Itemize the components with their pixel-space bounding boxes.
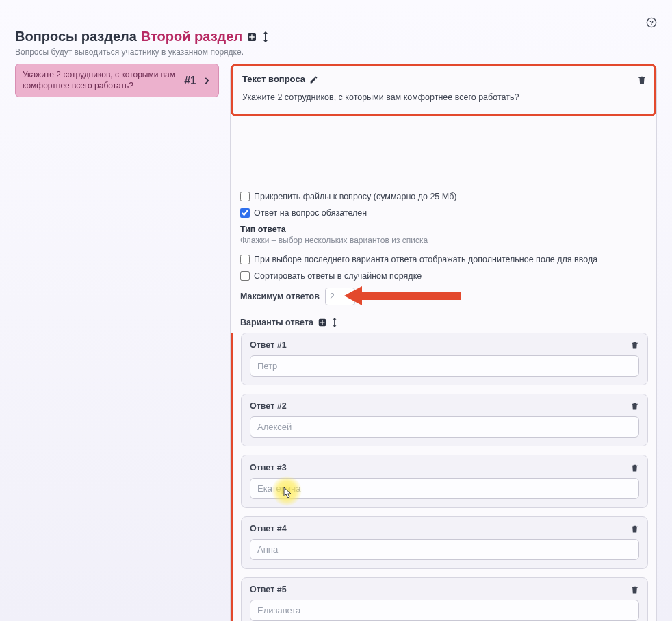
question-text-body: Укажите 2 сотрудников, с которыми вам ко… — [242, 92, 645, 102]
answer-type-help: Флажки – выбор нескольких вариантов из с… — [240, 236, 647, 245]
shuffle-row[interactable]: Сортировать ответы в случайном порядке — [240, 271, 647, 281]
question-text-label: Текст вопроса — [242, 74, 305, 84]
section-name: Второй раздел — [141, 29, 242, 45]
svg-rect-3 — [265, 33, 266, 41]
attach-files-row[interactable]: Прикрепить файлы к вопросу (суммарно до … — [240, 192, 647, 201]
answer-title: Ответ #2 — [250, 401, 287, 411]
last-option-extra-checkbox[interactable] — [240, 255, 250, 264]
last-option-extra-row[interactable]: При выборе последнего варианта ответа от… — [240, 255, 647, 264]
answer-variants-label: Варианты ответа — [240, 318, 313, 327]
max-answers-label: Максимум ответов — [240, 292, 320, 301]
shuffle-checkbox[interactable] — [240, 271, 250, 281]
answer-title: Ответ #4 — [250, 524, 287, 533]
max-answers-input[interactable] — [325, 288, 355, 305]
svg-marker-4 — [344, 286, 461, 305]
answer-title: Ответ #3 — [250, 463, 287, 472]
question-editor: Текст вопроса Укажите 2 сотрудников, с к… — [230, 64, 657, 621]
delete-answer-button[interactable] — [630, 401, 639, 411]
add-question-button[interactable] — [246, 31, 257, 42]
question-chip-number: #1 — [184, 75, 196, 87]
question-chip[interactable]: Укажите 2 сотрудников, с которыми вам ко… — [15, 64, 219, 97]
answer-title: Ответ #5 — [250, 585, 287, 594]
page-title: Вопросы раздела Второй раздел — [15, 29, 657, 45]
required-checkbox[interactable] — [240, 208, 250, 218]
add-answer-button[interactable] — [318, 318, 327, 327]
answer-input[interactable] — [250, 478, 639, 499]
answer-card: Ответ #1 — [241, 333, 648, 385]
shuffle-label: Сортировать ответы в случайном порядке — [254, 271, 422, 281]
question-text-block: Текст вопроса Укажите 2 сотрудников, с к… — [231, 64, 656, 116]
chevron-right-icon — [202, 75, 211, 86]
svg-rect-6 — [334, 319, 335, 326]
last-option-extra-label: При выборе последнего варианта ответа от… — [254, 255, 597, 264]
edit-icon[interactable] — [309, 74, 318, 84]
delete-answer-button[interactable] — [630, 524, 639, 533]
required-label: Ответ на вопрос обязателен — [254, 208, 367, 218]
help-icon[interactable]: ? — [646, 16, 657, 28]
answer-type-label: Тип ответа — [240, 225, 647, 234]
required-row[interactable]: Ответ на вопрос обязателен — [240, 208, 647, 218]
answer-title: Ответ #1 — [250, 340, 287, 350]
delete-answer-button[interactable] — [630, 340, 639, 350]
title-prefix: Вопросы раздела — [15, 29, 137, 45]
delete-answer-button[interactable] — [630, 462, 639, 472]
delete-answer-button[interactable] — [630, 585, 639, 594]
answer-input[interactable] — [250, 355, 639, 377]
delete-question-button[interactable] — [637, 74, 647, 85]
answer-variants-header: Варианты ответа — [240, 318, 647, 327]
answers-list: Ответ #1 Ответ #2 — [231, 333, 656, 621]
answer-card: Ответ #2 — [241, 394, 648, 446]
answer-input[interactable] — [250, 600, 639, 621]
answer-card: Ответ #4 — [241, 516, 648, 569]
max-answers-row: Максимум ответов — [240, 288, 647, 305]
reorder-answers-button[interactable] — [331, 318, 338, 327]
answer-input[interactable] — [250, 539, 639, 560]
svg-text:?: ? — [649, 19, 654, 26]
attach-files-checkbox[interactable] — [240, 192, 250, 201]
attach-files-label: Прикрепить файлы к вопросу (суммарно до … — [254, 192, 457, 201]
answer-card: Ответ #3 — [241, 455, 648, 507]
answer-input[interactable] — [250, 416, 639, 438]
question-chip-text: Укажите 2 сотрудников, с которыми вам ко… — [23, 70, 179, 91]
arrow-callout-icon — [344, 283, 461, 308]
reorder-questions-button[interactable] — [261, 31, 270, 42]
page-subtitle: Вопросы будут выводиться участнику в ука… — [15, 47, 657, 57]
answer-card: Ответ #5 — [241, 577, 648, 621]
